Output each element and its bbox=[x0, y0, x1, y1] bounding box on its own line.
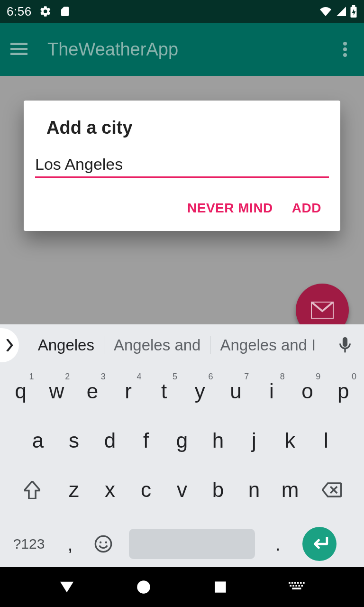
space-key[interactable] bbox=[129, 529, 255, 559]
svg-rect-21 bbox=[297, 582, 299, 584]
enter-icon bbox=[310, 537, 328, 551]
back-triangle-down-icon bbox=[59, 580, 75, 594]
svg-rect-27 bbox=[298, 585, 300, 587]
wifi-icon bbox=[318, 6, 333, 17]
key-hint: 3 bbox=[101, 372, 106, 382]
key-row-3: zxcvbnm bbox=[3, 469, 361, 511]
key-d[interactable]: d bbox=[93, 419, 127, 462]
svg-rect-23 bbox=[303, 582, 305, 584]
svg-point-5 bbox=[343, 42, 347, 46]
gear-icon bbox=[39, 5, 52, 18]
key-k[interactable]: k bbox=[273, 419, 307, 462]
svg-rect-22 bbox=[300, 582, 302, 584]
more-button[interactable] bbox=[334, 38, 356, 61]
svg-rect-28 bbox=[301, 585, 303, 587]
backspace-key[interactable] bbox=[309, 469, 355, 511]
key-t[interactable]: t5 bbox=[147, 370, 181, 413]
key-z[interactable]: z bbox=[57, 469, 91, 511]
mail-icon bbox=[311, 302, 334, 319]
suggestion-1[interactable]: Angeles bbox=[28, 336, 104, 354]
svg-rect-1 bbox=[352, 5, 355, 7]
svg-rect-25 bbox=[292, 585, 294, 587]
hide-keyboard-button[interactable] bbox=[283, 573, 311, 601]
suggestions: Angeles Angeles and Angeles and I bbox=[23, 336, 331, 354]
svg-rect-24 bbox=[290, 585, 291, 587]
key-h[interactable]: h bbox=[201, 419, 235, 462]
key-c[interactable]: c bbox=[129, 469, 163, 511]
suggestion-3[interactable]: Angeles and I bbox=[210, 336, 325, 354]
sd-card-icon bbox=[59, 5, 71, 18]
suggestion-row: Angeles Angeles and Angeles and I bbox=[0, 324, 364, 366]
key-i[interactable]: i8 bbox=[255, 370, 289, 413]
key-a[interactable]: a bbox=[21, 419, 55, 462]
menu-button[interactable] bbox=[8, 38, 30, 61]
city-input[interactable] bbox=[35, 151, 329, 178]
svg-rect-26 bbox=[295, 585, 297, 587]
dialog-title: Add a city bbox=[35, 118, 329, 151]
content-area: Add a city NEVER MIND ADD bbox=[0, 76, 364, 324]
svg-rect-9 bbox=[343, 337, 347, 347]
home-circle-icon bbox=[136, 580, 151, 594]
emoji-icon bbox=[94, 534, 113, 553]
key-r[interactable]: r4 bbox=[111, 370, 146, 413]
key-hint: 4 bbox=[136, 372, 141, 382]
chevron-right-icon bbox=[5, 339, 14, 351]
key-row-1: q1w2e3r4t5y6u7i8o9p0 bbox=[3, 370, 361, 413]
svg-rect-20 bbox=[294, 582, 296, 584]
key-f[interactable]: f bbox=[129, 419, 163, 462]
svg-rect-3 bbox=[10, 48, 27, 50]
confirm-button[interactable]: ADD bbox=[292, 201, 321, 216]
voice-input-button[interactable] bbox=[331, 331, 359, 359]
key-g[interactable]: g bbox=[165, 419, 199, 462]
key-l[interactable]: l bbox=[309, 419, 343, 462]
key-x[interactable]: x bbox=[93, 469, 127, 511]
status-bar: 6:56 bbox=[0, 0, 364, 23]
keyboard-icon bbox=[289, 581, 306, 593]
key-p[interactable]: p0 bbox=[326, 370, 360, 413]
shift-key[interactable] bbox=[9, 469, 55, 511]
key-e[interactable]: e3 bbox=[75, 370, 109, 413]
key-y[interactable]: y6 bbox=[183, 370, 217, 413]
svg-point-13 bbox=[95, 536, 111, 552]
emoji-key[interactable] bbox=[85, 523, 121, 565]
key-hint: 6 bbox=[209, 372, 213, 382]
expand-suggestions-button[interactable] bbox=[0, 328, 19, 362]
recents-button[interactable] bbox=[206, 573, 235, 601]
key-q[interactable]: q1 bbox=[4, 370, 38, 413]
key-s[interactable]: s bbox=[57, 419, 91, 462]
key-row-bottom: ?123 , . bbox=[0, 523, 364, 574]
key-j[interactable]: j bbox=[237, 419, 271, 462]
battery-charging-icon bbox=[350, 5, 357, 18]
key-row-2: asdfghjkl bbox=[3, 419, 361, 462]
key-u[interactable]: u7 bbox=[219, 370, 253, 413]
key-hint: 0 bbox=[352, 372, 356, 382]
soft-keyboard: Angeles Angeles and Angeles and I q1w2e3… bbox=[0, 324, 364, 574]
backspace-icon bbox=[322, 482, 342, 497]
key-o[interactable]: o9 bbox=[291, 370, 325, 413]
shift-icon bbox=[24, 481, 40, 499]
key-hint: 5 bbox=[173, 372, 177, 382]
comma-key[interactable]: , bbox=[55, 523, 85, 565]
back-button[interactable] bbox=[53, 573, 81, 601]
svg-rect-17 bbox=[215, 581, 226, 592]
key-b[interactable]: b bbox=[201, 469, 235, 511]
key-m[interactable]: m bbox=[273, 469, 307, 511]
status-right bbox=[318, 5, 357, 18]
key-rows: q1w2e3r4t5y6u7i8o9p0 asdfghjkl zxcvbnm bbox=[0, 366, 364, 523]
svg-point-15 bbox=[105, 542, 107, 543]
cell-signal-icon bbox=[336, 6, 347, 17]
symbols-key[interactable]: ?123 bbox=[3, 523, 55, 565]
key-w[interactable]: w2 bbox=[40, 370, 74, 413]
key-hint: 7 bbox=[244, 372, 249, 382]
app-bar: TheWeatherApp bbox=[0, 23, 364, 76]
cancel-button[interactable]: NEVER MIND bbox=[187, 201, 273, 216]
navigation-bar bbox=[0, 567, 364, 607]
key-n[interactable]: n bbox=[237, 469, 271, 511]
recents-square-icon bbox=[214, 580, 227, 594]
suggestion-2[interactable]: Angeles and bbox=[104, 336, 210, 354]
home-button[interactable] bbox=[129, 573, 158, 601]
app-title: TheWeatherApp bbox=[47, 39, 178, 60]
key-v[interactable]: v bbox=[165, 469, 199, 511]
enter-key[interactable] bbox=[302, 527, 337, 561]
period-key[interactable]: . bbox=[263, 523, 293, 565]
